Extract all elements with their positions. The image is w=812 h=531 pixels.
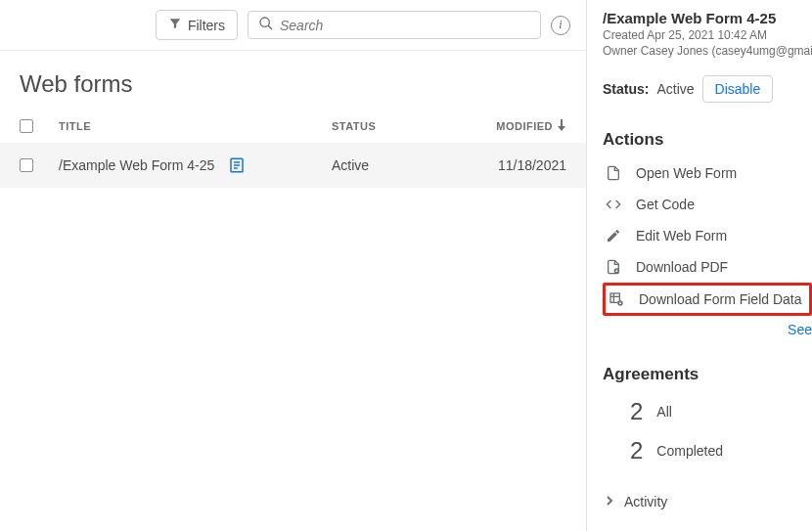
download-pdf-icon — [605, 259, 622, 275]
filters-label: Filters — [188, 18, 225, 33]
code-icon — [605, 197, 622, 212]
disable-button[interactable]: Disable — [702, 75, 774, 103]
search-field[interactable] — [248, 11, 541, 39]
chevron-right-icon — [605, 494, 614, 509]
row-title-text: /Example Web Form 4-25 — [59, 157, 214, 173]
status-row: Status: Active Disable — [603, 75, 812, 103]
row-checkbox[interactable] — [20, 158, 33, 172]
status-value: Active — [656, 81, 694, 97]
agreement-label: Completed — [656, 443, 723, 459]
actions-header: Actions — [603, 130, 812, 150]
webform-icon — [228, 156, 246, 174]
table-header: TITLE STATUS MODIFIED — [0, 110, 586, 143]
toolbar: Filters i — [0, 0, 586, 51]
page-title: Web forms — [0, 51, 586, 110]
info-icon[interactable]: i — [551, 16, 570, 35]
agreement-count: 2 — [630, 398, 643, 425]
main-panel: Filters i Web forms TITLE STATUS MODIFIE… — [0, 0, 587, 531]
col-modified[interactable]: MODIFIED — [459, 119, 566, 133]
panel-title: /Example Web Form 4-25 — [603, 10, 812, 26]
action-open-web-form[interactable]: Open Web Form — [603, 157, 812, 189]
see-link[interactable]: See — [603, 322, 812, 337]
agreements-header: Agreements — [603, 365, 812, 384]
sort-down-icon — [557, 119, 566, 133]
row-status: Active — [332, 157, 459, 173]
action-label: Download PDF — [636, 259, 728, 275]
details-panel: /Example Web Form 4-25 Created Apr 25, 2… — [587, 0, 812, 531]
action-download-pdf[interactable]: Download PDF — [603, 251, 812, 283]
action-label: Edit Web Form — [636, 228, 727, 243]
action-edit-web-form[interactable]: Edit Web Form — [603, 220, 812, 251]
panel-owner: Owner Casey Jones (casey4umg@gmail.com) — [603, 44, 812, 58]
svg-point-0 — [260, 18, 269, 26]
svg-line-1 — [268, 25, 272, 29]
agreement-completed[interactable]: 2 Completed — [603, 431, 812, 470]
row-modified: 11/18/2021 — [459, 157, 566, 173]
action-label: Open Web Form — [636, 165, 737, 181]
filters-button[interactable]: Filters — [156, 10, 238, 40]
panel-created: Created Apr 25, 2021 10:42 AM — [603, 28, 812, 42]
download-data-icon — [608, 291, 625, 307]
action-label: Download Form Field Data — [639, 291, 802, 307]
col-title[interactable]: TITLE — [59, 120, 332, 132]
search-icon — [258, 16, 274, 34]
search-input[interactable] — [280, 18, 530, 33]
action-get-code[interactable]: Get Code — [603, 189, 812, 220]
activity-label: Activity — [624, 494, 667, 509]
agreement-all[interactable]: 2 All — [603, 392, 812, 431]
action-download-form-field-data[interactable]: Download Form Field Data — [603, 283, 812, 316]
col-status[interactable]: STATUS — [332, 120, 459, 132]
filter-icon — [168, 17, 182, 33]
pencil-icon — [605, 228, 622, 243]
status-label: Status: — [603, 81, 649, 97]
svg-rect-7 — [610, 293, 619, 302]
agreement-count: 2 — [630, 437, 643, 465]
agreement-label: All — [656, 404, 672, 420]
document-icon — [605, 165, 622, 181]
table-row[interactable]: /Example Web Form 4-25 Active 11/18/2021 — [0, 143, 586, 188]
activity-row[interactable]: Activity — [603, 482, 812, 521]
select-all-checkbox[interactable] — [20, 119, 33, 133]
action-label: Get Code — [636, 197, 695, 212]
